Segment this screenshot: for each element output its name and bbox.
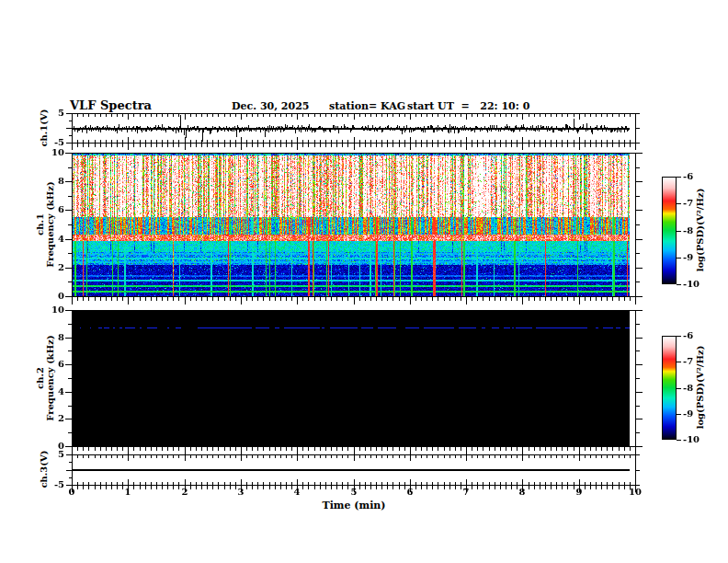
y-tick-label: 2 bbox=[42, 414, 64, 423]
ch2-spectrogram-canvas bbox=[73, 311, 635, 446]
ch1-spec-axis-line1: ch.1 bbox=[35, 151, 45, 298]
colorbar-tick-label: -6 bbox=[683, 172, 707, 181]
colorbar-tick-label: -10 bbox=[683, 435, 707, 444]
y-tick-label: 6 bbox=[42, 360, 64, 369]
x-tick-label: 2 bbox=[177, 488, 192, 497]
x-tick-label: 6 bbox=[403, 488, 417, 497]
y-tick-label: 2 bbox=[42, 263, 64, 272]
y-tick-label: -5 bbox=[42, 138, 64, 147]
ch1-spectrogram-canvas bbox=[73, 154, 635, 296]
y-tick-label: 4 bbox=[42, 235, 64, 244]
ch1-colorbar bbox=[662, 177, 677, 284]
y-tick-label: -5 bbox=[42, 480, 64, 489]
y-tick-label: 5 bbox=[42, 109, 64, 118]
y-tick-label: 8 bbox=[42, 177, 64, 186]
colorbar-tick-label: -6 bbox=[683, 331, 707, 340]
y-tick-label: 5 bbox=[42, 450, 64, 459]
x-tick-label: 1 bbox=[120, 488, 135, 497]
x-tick-label: 3 bbox=[233, 488, 248, 497]
ch3-waveform-canvas bbox=[73, 455, 635, 485]
plot-date: Dec. 30, 2025 bbox=[232, 101, 309, 111]
colorbar-tick-label: -8 bbox=[683, 226, 707, 236]
plot-title: VLF Spectra bbox=[70, 99, 152, 111]
x-tick-label: 5 bbox=[347, 488, 361, 497]
colorbar-tick-label: -9 bbox=[683, 253, 707, 262]
y-tick-label: 4 bbox=[42, 387, 64, 396]
colorbar-tick-label: -8 bbox=[683, 384, 707, 393]
ch1-waveform-canvas bbox=[73, 114, 635, 143]
y-tick-label: 6 bbox=[42, 205, 64, 214]
y-tick-label: 0 bbox=[42, 292, 64, 301]
plot-start-ut: start UT = 22: 10: 0 bbox=[407, 101, 529, 111]
x-tick-label: 9 bbox=[572, 488, 586, 497]
ch1-spec-axis-title: ch.1 Frequency (kHz) bbox=[35, 151, 57, 298]
y-tick-label: 8 bbox=[42, 333, 64, 342]
colorbar-tick-label: -7 bbox=[683, 357, 707, 366]
colorbar-tick-label: -7 bbox=[683, 199, 707, 208]
x-tick-label: 0 bbox=[64, 488, 79, 497]
x-tick-label: 10 bbox=[628, 488, 643, 497]
y-tick-label: 10 bbox=[42, 148, 64, 157]
colorbar-tick-label: -10 bbox=[683, 280, 707, 289]
x-axis-title: Time (min) bbox=[72, 500, 636, 511]
ch1-spec-axis-line2: Frequency (kHz) bbox=[45, 151, 55, 298]
ch3-wave-axis-title: ch.3(V) bbox=[39, 414, 50, 524]
x-tick-label: 8 bbox=[515, 488, 529, 497]
y-tick-label: 10 bbox=[42, 305, 64, 315]
plot-station: station= KAG bbox=[329, 101, 405, 111]
ch2-colorbar bbox=[662, 336, 677, 440]
colorbar-tick-label: -9 bbox=[683, 409, 707, 419]
vlf-spectra-plot: VLF Spectra Dec. 30, 2025 station= KAG s… bbox=[0, 0, 728, 563]
x-tick-label: 4 bbox=[290, 488, 304, 497]
x-tick-label: 7 bbox=[459, 488, 473, 497]
